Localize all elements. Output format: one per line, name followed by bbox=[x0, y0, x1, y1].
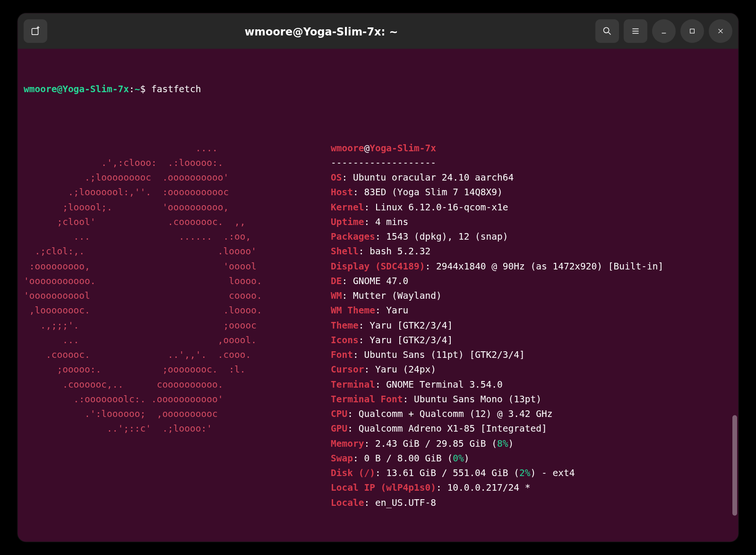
svg-line-4 bbox=[609, 33, 611, 35]
system-info: wmoore@Yoga-Slim-7x-------------------OS… bbox=[331, 141, 663, 510]
window-title: wmoore@Yoga-Slim-7x: ~ bbox=[52, 25, 591, 37]
prompt-user: wmoore@Yoga-Slim-7x bbox=[24, 84, 129, 95]
fastfetch-output: .... .',:clooo: .:looooo:. .;looooooooc … bbox=[24, 141, 732, 510]
terminal-window: wmoore@Yoga-Slim-7x: ~ wmoore@Yoga-Slim-… bbox=[18, 13, 739, 542]
scrollbar[interactable] bbox=[732, 415, 737, 516]
minimize-button[interactable] bbox=[652, 19, 676, 43]
new-tab-button[interactable] bbox=[24, 19, 47, 43]
svg-rect-9 bbox=[690, 29, 695, 33]
ascii-logo: .... .',:clooo: .:looooo:. .;looooooooc … bbox=[24, 141, 331, 436]
search-button[interactable] bbox=[595, 19, 619, 43]
prompt-path: ~ bbox=[135, 84, 140, 95]
close-button[interactable] bbox=[709, 19, 732, 43]
command: fastfetch bbox=[151, 84, 201, 95]
headerbar: wmoore@Yoga-Slim-7x: ~ bbox=[18, 13, 739, 49]
maximize-button[interactable] bbox=[680, 19, 704, 43]
terminal-body[interactable]: wmoore@Yoga-Slim-7x:~$ fastfetch .... .'… bbox=[18, 49, 739, 542]
prompt-line: wmoore@Yoga-Slim-7x:~$ fastfetch bbox=[24, 82, 732, 96]
svg-rect-0 bbox=[32, 28, 38, 35]
svg-point-3 bbox=[604, 27, 609, 33]
menu-button[interactable] bbox=[624, 19, 647, 43]
